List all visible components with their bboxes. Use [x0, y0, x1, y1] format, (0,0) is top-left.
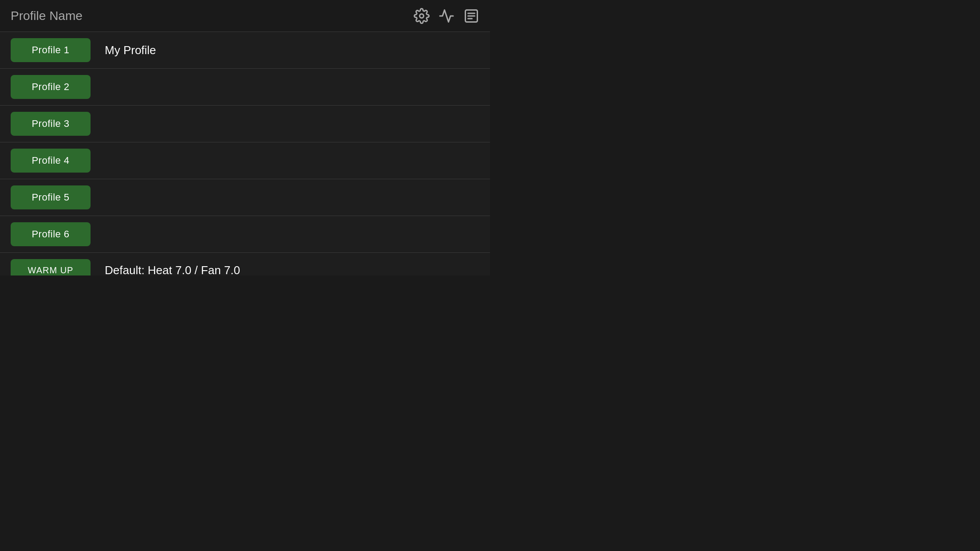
profile-row-5[interactable]: Profile 5 — [0, 179, 490, 216]
profile-2-button[interactable]: Profile 2 — [11, 75, 91, 99]
profile-1-name: My Profile — [105, 43, 156, 57]
warm-up-button[interactable]: WARM UP — [11, 259, 91, 276]
profile-row-2[interactable]: Profile 2 — [0, 69, 490, 106]
warm-up-row[interactable]: WARM UP Default: Heat 7.0 / Fan 7.0 — [0, 253, 490, 276]
profile-row-6[interactable]: Profile 6 — [0, 216, 490, 253]
profile-1-button[interactable]: Profile 1 — [11, 38, 91, 62]
profile-row-4[interactable]: Profile 4 — [0, 142, 490, 179]
profile-list: Profile 1 My Profile Profile 2 Profile 3… — [0, 32, 490, 276]
profile-row-3[interactable]: Profile 3 — [0, 106, 490, 142]
profile-5-button[interactable]: Profile 5 — [11, 185, 91, 209]
chart-icon[interactable] — [439, 8, 454, 24]
profile-3-button[interactable]: Profile 3 — [11, 112, 91, 136]
profile-6-button[interactable]: Profile 6 — [11, 222, 91, 246]
header-icons — [414, 8, 479, 24]
header: Profile Name — [0, 0, 490, 32]
warm-up-description: Default: Heat 7.0 / Fan 7.0 — [105, 264, 240, 276]
profile-row-1[interactable]: Profile 1 My Profile — [0, 32, 490, 69]
profile-4-button[interactable]: Profile 4 — [11, 149, 91, 173]
page-title: Profile Name — [11, 9, 83, 23]
gear-icon[interactable] — [414, 8, 430, 24]
list-icon[interactable] — [463, 8, 479, 24]
